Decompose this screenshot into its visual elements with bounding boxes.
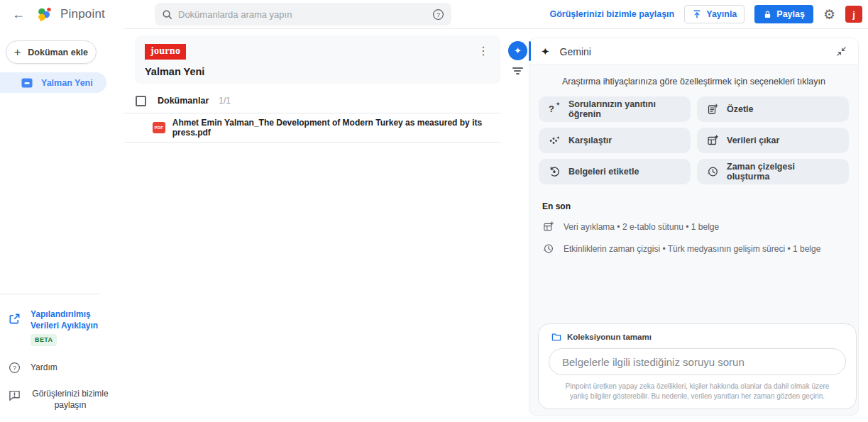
search-input[interactable]: [178, 9, 432, 20]
gemini-helper-text: Araştırma ihtiyaçlarınıza göre özelleşti…: [537, 77, 851, 87]
gemini-options-grid: ?✦ Sorularınızın yanıtını öğrenin Özetle…: [529, 96, 858, 184]
summarize-icon: [707, 104, 718, 115]
document-list-header: Dokümanlar 1/1: [124, 91, 500, 111]
collection-menu-icon[interactable]: ⋮: [476, 44, 490, 57]
add-document-label: Doküman ekle: [28, 48, 88, 57]
publish-label: Yayınla: [706, 9, 737, 19]
document-row[interactable]: PDF Ahmet Emin Yalman_The Development of…: [124, 113, 500, 142]
share-label: Paylaş: [776, 9, 805, 19]
structured-data-link[interactable]: Yapılandırılmış Verileri Ayıklayın BETA: [0, 303, 124, 352]
timeline-clock-icon: [542, 243, 554, 254]
topbar-actions: Görüşlerinizi bizimle paylaşın Yayınla P…: [549, 0, 862, 28]
compare-sparkle-icon: [549, 135, 560, 146]
back-arrow-icon[interactable]: ←: [4, 0, 33, 28]
option-label: Sorularınızın yanıtını öğrenin: [568, 99, 681, 119]
sidebar-feedback-label: Görüşlerinizi bizimle paylaşın: [31, 388, 110, 411]
collection-icon: [21, 78, 33, 88]
help-link[interactable]: ? Yardım: [0, 356, 124, 379]
beta-badge: BETA: [31, 334, 57, 345]
option-compare[interactable]: Karşılaştır: [539, 128, 691, 153]
svg-text:?: ?: [436, 11, 440, 18]
gemini-query-input[interactable]: [549, 348, 846, 375]
select-all-checkbox[interactable]: [136, 96, 146, 106]
feedback-bubble-icon: [9, 389, 21, 401]
documents-count: 1/1: [219, 96, 231, 106]
recent-section: En son Veri ayıklama • 2 e-tablo sütunu …: [529, 184, 858, 254]
lock-icon: [763, 10, 772, 19]
recent-item-data-extraction[interactable]: Veri ayıklama • 2 e-tablo sütunu • 1 bel…: [542, 221, 845, 232]
plus-icon: +: [14, 46, 21, 59]
collection-header-card: journo Yalman Yeni ⋮: [135, 35, 500, 84]
sidebar: + Doküman ekle Yalman Yeni Yapılandırılm…: [0, 28, 124, 422]
account-avatar[interactable]: j: [845, 6, 862, 23]
share-button[interactable]: Paylaş: [754, 5, 813, 23]
folder-icon: [551, 333, 561, 341]
top-bar: ← Pinpoint ? Görüşlerini: [0, 0, 868, 28]
open-in-new-icon: [9, 313, 21, 325]
structured-data-label: Yapılandırılmış Verileri Ayıklayın BETA: [31, 309, 109, 346]
option-label-documents[interactable]: Belgeleri etiketle: [539, 159, 691, 184]
gemini-sparkle-icon: ✦: [514, 45, 522, 56]
timeline-clock-icon: [707, 166, 718, 177]
recent-item-label: Veri ayıklama • 2 e-tablo sütunu • 1 bel…: [564, 222, 719, 232]
collection-title: Yalman Yeni: [145, 66, 490, 77]
document-filename: Ahmet Emin Yalman_The Development of Mod…: [172, 118, 500, 138]
documents-heading: Dokümanlar: [158, 96, 209, 106]
help-icon: ?: [9, 362, 21, 374]
svg-text:?: ?: [13, 364, 16, 371]
filter-icon[interactable]: [512, 67, 523, 76]
collapse-panel-icon[interactable]: [836, 46, 847, 57]
gemini-panel-header: ✦ Gemini: [529, 38, 858, 65]
publish-button[interactable]: Yayınla: [684, 5, 745, 23]
option-label: Belgeleri etiketle: [568, 167, 639, 177]
option-create-timeline[interactable]: Zaman çizelgesi oluşturma: [697, 159, 849, 184]
sidebar-item-collection[interactable]: Yalman Yeni: [0, 72, 106, 93]
search-icon: [162, 9, 172, 20]
option-label: Özetle: [727, 104, 754, 114]
gemini-fab-button[interactable]: ✦: [508, 41, 527, 60]
collection-main: journo Yalman Yeni ⋮ Dokümanlar 1/1 PDF …: [124, 28, 500, 422]
option-summarize[interactable]: Özetle: [697, 96, 849, 122]
sidebar-feedback-link[interactable]: Görüşlerinizi bizimle paylaşın: [0, 382, 124, 416]
option-extract-data[interactable]: Verileri çıkar: [697, 128, 849, 153]
sidebar-divider: [0, 294, 99, 294]
gemini-title: Gemini: [560, 46, 591, 57]
pdf-file-icon: PDF: [153, 122, 165, 133]
publish-icon: [692, 9, 702, 19]
app-brand[interactable]: Pinpoint: [35, 6, 105, 23]
sidebar-item-label: Yalman Yeni: [41, 78, 93, 88]
recent-item-label: Etkinliklerin zaman çizgisi • Türk medya…: [564, 244, 820, 254]
app-name: Pinpoint: [60, 7, 105, 21]
scope-chip-label: Koleksiyonun tamamı: [567, 333, 652, 341]
option-label: Karşılaştır: [568, 135, 612, 145]
option-label: Verileri çıkar: [727, 135, 779, 145]
question-sparkle-icon: ?✦: [549, 104, 560, 115]
help-label: Yardım: [31, 362, 57, 373]
sidebar-footer: Yapılandırılmış Verileri Ayıklayın BETA …: [0, 294, 124, 416]
scope-chip[interactable]: Koleksiyonun tamamı: [539, 333, 856, 348]
pinpoint-logo-icon: [35, 6, 53, 23]
gemini-panel: ✦ Gemini Araştırma ihtiyaçlarınıza göre …: [529, 38, 859, 416]
search-bar[interactable]: ?: [155, 3, 451, 26]
panel-drag-handle[interactable]: [529, 41, 531, 61]
option-label: Zaman çizelgesi oluşturma: [727, 162, 839, 182]
recent-heading: En son: [542, 201, 845, 211]
table-add-icon: [707, 135, 718, 146]
settings-gear-icon[interactable]: ⚙: [823, 8, 835, 21]
label-rotate-icon: [549, 166, 560, 177]
add-document-button[interactable]: + Doküman ekle: [6, 40, 97, 64]
query-card: Koleksiyonun tamamı Pinpoint üretken yap…: [538, 323, 857, 409]
journo-logo: journo: [145, 44, 186, 60]
pinpoint-app: ← Pinpoint ? Görüşlerini: [0, 0, 868, 422]
list-divider-bottom: [124, 142, 500, 143]
recent-item-timeline[interactable]: Etkinliklerin zaman çizgisi • Türk medya…: [542, 243, 845, 254]
option-ask-questions[interactable]: ?✦ Sorularınızın yanıtını öğrenin: [539, 96, 691, 122]
feedback-link[interactable]: Görüşlerinizi bizimle paylaşın: [549, 9, 674, 19]
ai-disclaimer: Pinpoint üretken yapay zeka özellikleri,…: [539, 375, 856, 401]
table-add-icon: [542, 221, 554, 232]
gemini-title-icon: ✦: [541, 45, 550, 58]
search-help-icon[interactable]: ?: [432, 9, 444, 21]
